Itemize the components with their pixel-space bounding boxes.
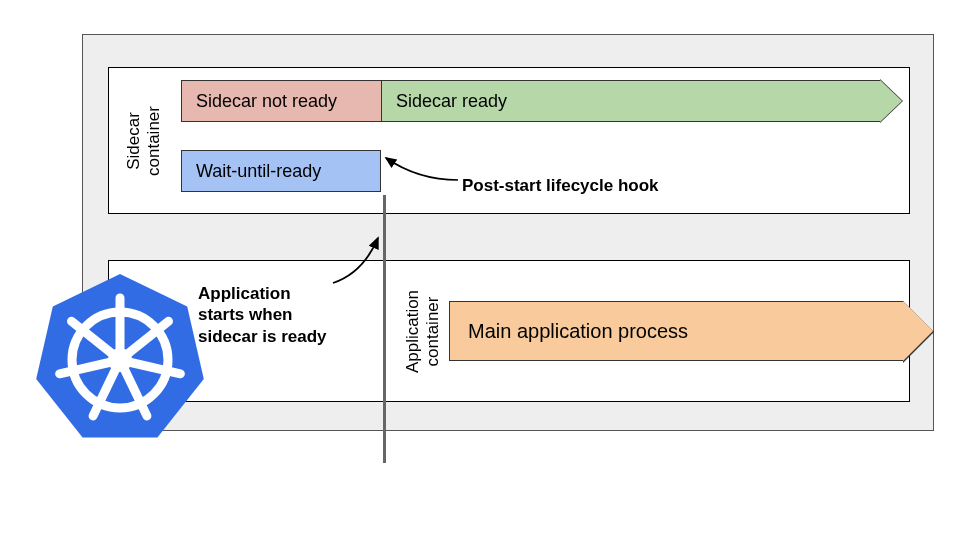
kubernetes-logo-icon	[20, 260, 220, 460]
bar-sidecar-ready-text: Sidecar ready	[396, 91, 507, 112]
bar-main-app-text: Main application process	[468, 320, 688, 343]
bar-main-app: Main application process	[449, 301, 904, 361]
bar-sidecar-not-ready-text: Sidecar not ready	[196, 91, 337, 112]
bar-wait-until-ready-text: Wait-until-ready	[196, 161, 321, 182]
bar-sidecar-ready: Sidecar ready	[381, 80, 881, 122]
sidecar-container-label: Sidecar container	[124, 86, 163, 196]
bar-wait-until-ready: Wait-until-ready	[181, 150, 381, 192]
arrow-post-start	[378, 150, 463, 190]
bar-sidecar-not-ready: Sidecar not ready	[181, 80, 381, 122]
annotation-post-start: Post-start lifecycle hook	[462, 175, 659, 196]
arrow-app-starts	[328, 233, 398, 288]
